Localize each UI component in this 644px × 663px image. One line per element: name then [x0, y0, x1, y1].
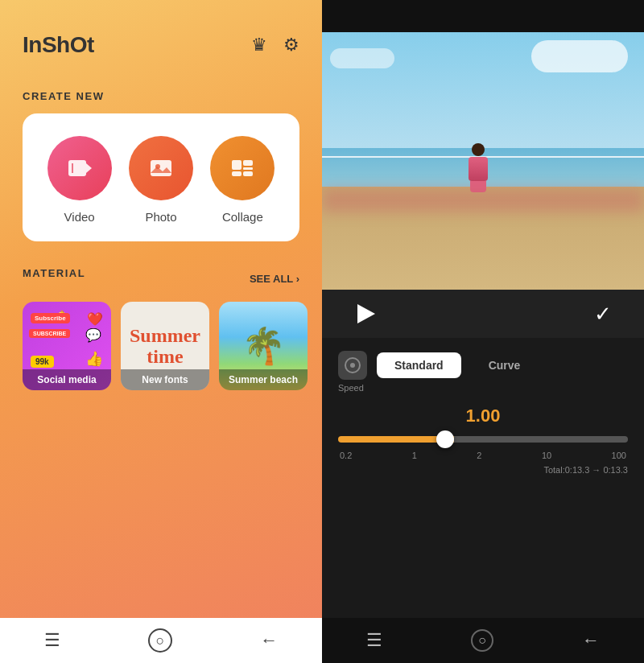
material-header: MATERIAL SEE ALL › [23, 267, 299, 290]
menu-icon-left[interactable]: ☰ [44, 630, 60, 651]
video-icon [65, 154, 94, 183]
back-icon-left[interactable]: ← [260, 630, 278, 651]
social-media-label: Social media [23, 369, 111, 390]
speed-section-label: Speed [338, 383, 628, 393]
clouds-layer2 [330, 48, 394, 68]
speed-marker-1: 1 [412, 451, 417, 460]
speed-icon-dot [350, 363, 355, 368]
speed-icon [338, 351, 367, 380]
person-body [469, 157, 488, 181]
photo-label: Photo [145, 210, 176, 224]
svg-rect-3 [151, 160, 171, 176]
svg-marker-1 [86, 163, 92, 173]
speed-controls: Standard Curve Speed 1.00 0.2 1 2 10 100… [322, 338, 644, 618]
thumbs-up-icon: 👍 [85, 350, 103, 368]
person-silhouette [467, 143, 489, 191]
speed-marker-3: 10 [542, 451, 551, 460]
left-header: InShOt ♛ ⚙ [0, 0, 322, 74]
new-fonts-item[interactable]: Summertime New fonts [121, 302, 209, 390]
material-grid: 🔔 Subscribe SUBSCRIBE 99k 👍 ❤️ 💬 Social … [23, 302, 299, 390]
see-all-button[interactable]: SEE ALL › [250, 273, 299, 285]
social-media-item[interactable]: 🔔 Subscribe SUBSCRIBE 99k 👍 ❤️ 💬 Social … [23, 302, 111, 390]
speed-marker-4: 100 [612, 451, 626, 460]
collage-icon-circle [210, 136, 275, 200]
total-info: Total:0:13.3 → 0:13.3 [338, 465, 628, 475]
person-head [472, 143, 485, 156]
back-icon-right[interactable]: ← [582, 630, 600, 651]
photo-icon-circle [129, 136, 193, 200]
crown-icon[interactable]: ♛ [251, 35, 267, 56]
speed-markers: 0.2 1 2 10 100 [338, 451, 628, 460]
palm-tree-icon: 🌴 [242, 325, 286, 367]
sub-btn: SUBSCRIBE [29, 329, 70, 338]
summer-beach-label: Summer beach [219, 369, 308, 390]
subscribe-badge: Subscribe [31, 313, 70, 323]
collage-icon [228, 154, 257, 183]
video-icon-circle [47, 136, 112, 200]
speed-value: 1.00 [338, 406, 628, 426]
new-fonts-label: New fonts [121, 369, 209, 390]
svg-rect-6 [232, 160, 242, 170]
speed-slider-track [338, 436, 628, 443]
speed-tabs: Standard Curve [338, 351, 628, 380]
home-icon-right[interactable]: ○ [471, 629, 493, 652]
left-panel: InShOt ♛ ⚙ CREATE NEW Video [0, 0, 322, 663]
beach-photo [322, 32, 644, 290]
create-new-title: CREATE NEW [23, 90, 299, 102]
play-triangle-icon [357, 304, 375, 323]
home-icon-left[interactable]: ○ [148, 628, 172, 653]
speed-slider-container[interactable] [338, 436, 628, 443]
99k-badge: 99k [31, 356, 54, 368]
svg-rect-2 [72, 163, 73, 173]
top-bar-right [322, 0, 644, 32]
menu-icon-right[interactable]: ☰ [366, 630, 382, 651]
playback-controls: ✓ [322, 290, 644, 338]
create-video-item[interactable]: Video [47, 136, 112, 224]
standard-tab[interactable]: Standard [377, 352, 461, 378]
fonts-text: Summertime [130, 325, 200, 368]
app-logo: InShOt [23, 32, 94, 58]
svg-rect-10 [243, 171, 253, 176]
settings-icon[interactable]: ⚙ [283, 35, 299, 56]
create-new-card: Video Photo [23, 113, 299, 241]
photo-icon [147, 154, 175, 183]
speed-marker-0: 0.2 [340, 451, 352, 460]
summer-beach-item[interactable]: 🌴 Summer beach [219, 302, 308, 390]
right-panel: ✓ Standard Curve Speed 1.00 0.2 1 2 10 1… [322, 0, 644, 663]
bottom-nav-left: ☰ ○ ← [0, 618, 322, 663]
play-button[interactable] [354, 302, 378, 326]
create-collage-item[interactable]: Collage [210, 136, 275, 224]
create-photo-item[interactable]: Photo [129, 136, 193, 224]
svg-rect-9 [232, 171, 242, 176]
svg-rect-8 [243, 167, 253, 170]
speed-icon-inner [345, 357, 361, 373]
blur-strip [322, 188, 644, 212]
confirm-button[interactable]: ✓ [594, 302, 612, 327]
svg-rect-7 [243, 160, 253, 166]
create-new-section: CREATE NEW Video [0, 74, 322, 251]
chat-icon: 💬 [85, 327, 101, 343]
collage-label: Collage [222, 210, 263, 224]
material-title: MATERIAL [23, 267, 85, 279]
heart-icon: ❤️ [87, 311, 103, 327]
svg-rect-0 [68, 160, 86, 176]
bottom-nav-right: ☰ ○ ← [322, 618, 644, 663]
curve-tab[interactable]: Curve [471, 352, 539, 378]
clouds-layer [531, 40, 628, 72]
speed-marker-2: 2 [477, 451, 481, 460]
video-label: Video [64, 210, 95, 224]
header-icons: ♛ ⚙ [251, 35, 299, 56]
material-section: MATERIAL SEE ALL › 🔔 Subscribe SUBSCRIBE… [0, 251, 322, 400]
speed-slider-thumb[interactable] [436, 430, 454, 448]
